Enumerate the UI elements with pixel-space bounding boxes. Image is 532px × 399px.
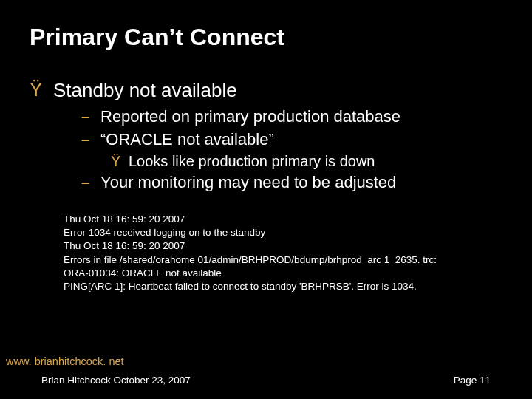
log-block: Thu Oct 18 16: 59: 20 2007 Error 1034 re… (64, 213, 502, 293)
bullet-level2: – Reported on primary production databas… (81, 106, 502, 128)
author-date: Brian Hitchcock October 23, 2007 (41, 375, 191, 386)
dash-icon: – (81, 172, 100, 191)
page-number: Page 11 (454, 375, 491, 386)
bullet-level2: – “ORACLE not available” (81, 129, 502, 151)
footer: www. brianhitchcock. net Brian Hitchcock… (0, 355, 532, 399)
slide: Primary Can’t Connect Ÿ Standby not avai… (0, 0, 532, 399)
dash-icon: – (81, 106, 100, 126)
dash-icon: – (81, 129, 100, 149)
bullet-text: Your monitoring may need to be adjusted (100, 172, 396, 194)
log-line: ORA-01034: ORACLE not available (64, 267, 502, 280)
sub-list: – Reported on primary production databas… (81, 106, 502, 194)
log-line: Error 1034 received logging on to the st… (64, 226, 502, 239)
log-line: Thu Oct 18 16: 59: 20 2007 (64, 213, 502, 226)
bullet-level1: Ÿ Standby not available (30, 79, 502, 102)
bullet-text: Standby not available (53, 79, 237, 102)
bullet-text: Looks like production primary is down (129, 151, 375, 171)
bullet-mark: Ÿ (30, 79, 53, 100)
web-link: www. brianhitchcock. net (0, 355, 532, 367)
bullet-level3: Ÿ Looks like production primary is down (111, 151, 502, 171)
bullet-text: “ORACLE not available” (100, 129, 274, 151)
log-line: Errors in file /shared/orahome 01/admin/… (64, 253, 502, 267)
footer-row: Brian Hitchcock October 23, 2007 Page 11 (0, 375, 532, 399)
bullet-mark: Ÿ (111, 151, 129, 171)
bullet-level2: – Your monitoring may need to be adjuste… (81, 172, 502, 194)
log-line: PING[ARC 1]: Heartbeat failed to connect… (64, 280, 502, 293)
log-line: Thu Oct 18 16: 59: 20 2007 (64, 239, 502, 253)
page-title: Primary Can’t Connect (30, 24, 502, 51)
bullet-text: Reported on primary production database (100, 106, 400, 128)
